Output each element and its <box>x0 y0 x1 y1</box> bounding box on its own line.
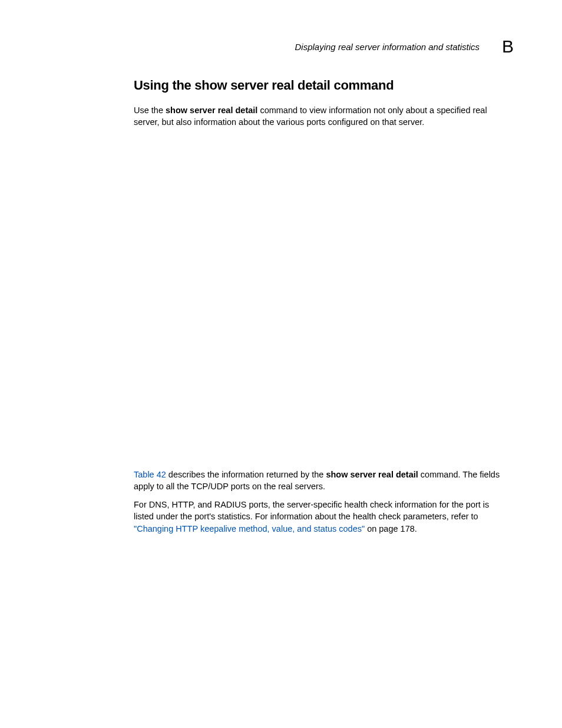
text: For DNS, HTTP, and RADIUS ports, the ser… <box>134 500 489 521</box>
paragraph-2: Table 42 describes the information retur… <box>134 469 511 493</box>
paragraph-3: For DNS, HTTP, and RADIUS ports, the ser… <box>134 499 511 535</box>
text: describes the information returned by th… <box>166 470 326 479</box>
text: on page 178. <box>365 524 417 533</box>
command-name: show server real detail <box>166 106 257 115</box>
table-crossref-link[interactable]: Table 42 <box>134 470 166 479</box>
section-heading: Using the show server real detail comman… <box>134 78 511 93</box>
page-header: Displaying real server information and s… <box>0 37 562 57</box>
command-name: show server real detail <box>326 470 418 479</box>
appendix-letter: B <box>502 37 514 57</box>
page: Displaying real server information and s… <box>0 0 562 728</box>
section-crossref-link[interactable]: Changing HTTP keepalive method, value, a… <box>137 524 362 533</box>
text: Use the <box>134 106 166 115</box>
paragraph-1: Use the show server real detail command … <box>134 104 511 129</box>
running-title: Displaying real server information and s… <box>295 42 480 52</box>
